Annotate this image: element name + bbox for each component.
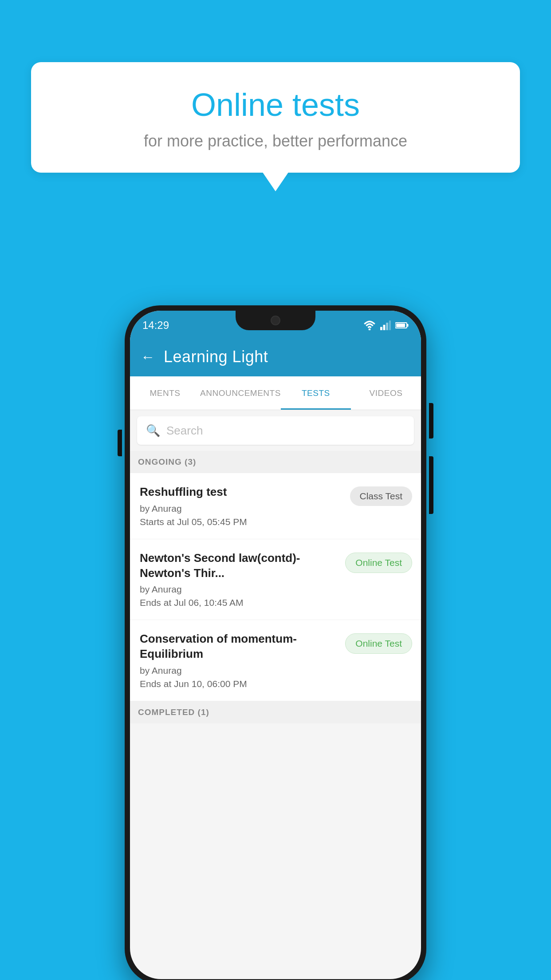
test-name-2: Newton's Second law(contd)-Newton's Thir… bbox=[140, 551, 338, 581]
test-time-1: Starts at Jul 05, 05:45 PM bbox=[140, 517, 343, 527]
phone-frame: 14:29 bbox=[125, 305, 426, 980]
status-time: 14:29 bbox=[142, 319, 169, 332]
search-container: 🔍 Search bbox=[130, 410, 421, 451]
svg-point-0 bbox=[369, 328, 371, 330]
volume-button bbox=[118, 430, 122, 456]
bubble-subtitle: for more practice, better performance bbox=[58, 132, 493, 150]
phone-notch bbox=[236, 311, 315, 330]
test-badge-class-1: Class Test bbox=[350, 486, 412, 506]
app-header: ← Learning Light bbox=[130, 337, 421, 376]
wifi-icon bbox=[363, 320, 376, 330]
search-bar[interactable]: 🔍 Search bbox=[137, 416, 414, 445]
tab-videos[interactable]: VIDEOS bbox=[351, 376, 421, 410]
test-time-2: Ends at Jul 06, 10:45 AM bbox=[140, 597, 338, 608]
tab-ments[interactable]: MENTS bbox=[130, 376, 200, 410]
back-button[interactable]: ← bbox=[141, 349, 155, 365]
test-info-2: Newton's Second law(contd)-Newton's Thir… bbox=[140, 551, 338, 609]
speech-bubble: Online tests for more practice, better p… bbox=[31, 62, 520, 173]
test-item-conservation[interactable]: Conservation of momentum-Equilibrium by … bbox=[130, 620, 421, 701]
speech-bubble-container: Online tests for more practice, better p… bbox=[31, 62, 520, 173]
test-list: Reshuffling test by Anurag Starts at Jul… bbox=[130, 473, 421, 701]
test-name-3: Conservation of momentum-Equilibrium bbox=[140, 632, 338, 662]
test-author-1: by Anurag bbox=[140, 503, 343, 514]
volume-down-button bbox=[429, 456, 433, 514]
svg-rect-4 bbox=[389, 320, 391, 330]
signal-icon bbox=[380, 320, 391, 330]
test-time-3: Ends at Jun 10, 06:00 PM bbox=[140, 679, 338, 689]
bubble-title: Online tests bbox=[58, 87, 493, 123]
svg-rect-3 bbox=[386, 323, 388, 330]
tab-tests[interactable]: TESTS bbox=[281, 376, 351, 410]
svg-rect-7 bbox=[396, 324, 405, 327]
test-name-1: Reshuffling test bbox=[140, 485, 343, 500]
battery-icon bbox=[395, 321, 409, 330]
test-item-newtons[interactable]: Newton's Second law(contd)-Newton's Thir… bbox=[130, 539, 421, 620]
test-badge-online-2: Online Test bbox=[345, 553, 412, 573]
tab-announcements[interactable]: ANNOUNCEMENTS bbox=[200, 376, 281, 410]
ongoing-section-header: ONGOING (3) bbox=[130, 451, 421, 473]
phone-screen: 14:29 bbox=[130, 311, 421, 979]
svg-rect-6 bbox=[407, 324, 409, 327]
test-author-3: by Anurag bbox=[140, 665, 338, 676]
test-info-3: Conservation of momentum-Equilibrium by … bbox=[140, 632, 338, 689]
test-author-2: by Anurag bbox=[140, 584, 338, 595]
search-placeholder: Search bbox=[166, 424, 203, 438]
svg-rect-2 bbox=[383, 325, 386, 330]
power-button bbox=[429, 403, 433, 439]
completed-section-header: COMPLETED (1) bbox=[130, 701, 421, 723]
search-icon: 🔍 bbox=[146, 424, 160, 438]
tabs-bar: MENTS ANNOUNCEMENTS TESTS VIDEOS bbox=[130, 376, 421, 410]
test-info-1: Reshuffling test by Anurag Starts at Jul… bbox=[140, 485, 343, 527]
svg-rect-1 bbox=[380, 327, 382, 330]
test-item-reshuffling[interactable]: Reshuffling test by Anurag Starts at Jul… bbox=[130, 473, 421, 539]
test-badge-online-3: Online Test bbox=[345, 633, 412, 654]
app-title: Learning Light bbox=[164, 348, 268, 366]
front-camera bbox=[271, 316, 280, 325]
status-icons bbox=[363, 320, 409, 330]
